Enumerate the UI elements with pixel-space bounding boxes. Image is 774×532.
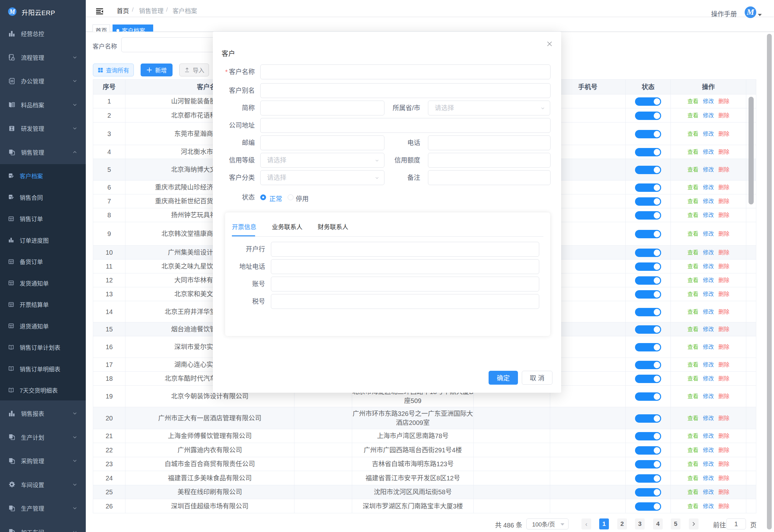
- svg-text:M: M: [9, 8, 15, 15]
- svg-text:M: M: [746, 7, 754, 17]
